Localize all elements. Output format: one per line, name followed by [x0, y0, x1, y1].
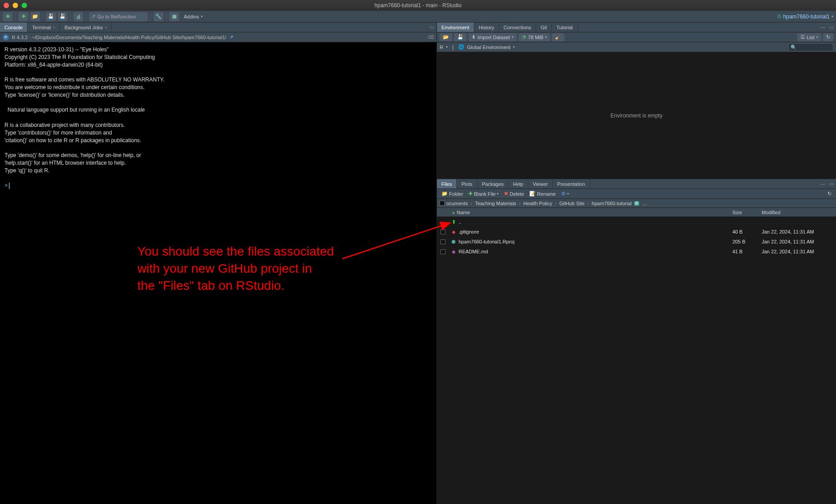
save-workspace-button[interactable]: 💾: [454, 33, 467, 41]
file-name[interactable]: .gitignore: [458, 229, 732, 234]
file-size: 41 B: [732, 249, 762, 254]
file-row[interactable]: ◈ README.md 41 B Jan 22, 2024, 11:31 AM: [437, 247, 836, 256]
chevron-down-icon: ▾: [567, 192, 569, 196]
tab-plots[interactable]: Plots: [457, 179, 477, 189]
close-icon[interactable]: ×: [104, 25, 107, 30]
clear-objects-button[interactable]: 🧹: [552, 33, 564, 41]
addins-dropdown[interactable]: Addins ▾: [181, 12, 205, 21]
more-dropdown[interactable]: ⚙ ▾: [559, 190, 571, 198]
column-modified[interactable]: Modified: [762, 210, 836, 215]
select-all-checkbox[interactable]: [440, 201, 445, 206]
file-checkbox[interactable]: [441, 230, 445, 234]
minimize-window-button[interactable]: [13, 3, 18, 8]
goto-arrow-icon: ↗: [91, 14, 95, 19]
breadcrumb-item[interactable]: Teaching Materials: [474, 201, 517, 206]
file-name[interactable]: hpam7660-tutorial1.Rproj: [458, 239, 732, 244]
tab-packages[interactable]: Packages: [477, 179, 509, 189]
addins-label: Addins: [184, 14, 199, 19]
column-name[interactable]: ▴ Name: [450, 209, 732, 215]
tab-git[interactable]: Git: [536, 22, 552, 32]
close-window-button[interactable]: [4, 3, 9, 8]
clear-console-icon[interactable]: ⌫: [427, 34, 434, 40]
tab-terminal[interactable]: Terminal×: [27, 22, 60, 32]
tab-connections[interactable]: Connections: [499, 22, 536, 32]
file-row[interactable]: ◈ .gitignore 40 B Jan 22, 2024, 11:31 AM: [437, 227, 836, 237]
tab-presentation[interactable]: Presentation: [553, 179, 590, 189]
chevron-down-icon: ▾: [446, 45, 448, 49]
console-output[interactable]: R version 4.3.2 (2023-10-31) -- "Eye Hol…: [0, 42, 436, 504]
delete-icon: ✖: [504, 191, 508, 197]
open-path-icon[interactable]: ↗: [229, 34, 233, 40]
environment-empty-text: Environment is empty: [610, 112, 662, 119]
environment-search-input[interactable]: [788, 43, 833, 51]
chevron-down-icon: ▾: [512, 35, 513, 39]
tab-files[interactable]: Files: [437, 179, 457, 189]
file-row[interactable]: ⬢ hpam7660-tutorial1.Rproj 205 B Jan 22,…: [437, 237, 836, 247]
pie-icon: ◔: [522, 34, 526, 40]
maximize-pane-icon[interactable]: ▭: [828, 24, 834, 31]
up-directory-row[interactable]: ⬆ ..: [437, 217, 836, 227]
grid-button[interactable]: ▦: [169, 12, 179, 21]
files-list: ⬆ .. ◈ .gitignore 40 B Jan 22, 2024, 11:…: [437, 217, 836, 504]
open-file-button[interactable]: 📁: [30, 12, 40, 21]
tools-button[interactable]: 🔧: [154, 12, 164, 21]
console-tabs: Console Terminal× Background Jobs× ▭: [0, 22, 436, 32]
scope-r[interactable]: R: [440, 45, 443, 50]
print-button[interactable]: 🖨: [73, 12, 83, 21]
maximize-window-button[interactable]: [22, 3, 27, 8]
list-icon: ☰: [800, 34, 805, 40]
main-toolbar: ✚ ✚ 📁 💾 💾 🖨 ↗ Go to file/function 🔧 ▦ Ad…: [0, 11, 836, 22]
chevron-right-icon: ›: [518, 201, 522, 206]
memory-indicator[interactable]: ◔ 78 MiB ▾: [518, 33, 550, 41]
tab-help[interactable]: Help: [509, 179, 528, 189]
project-label: hpam7660-tutorial1: [783, 14, 830, 20]
file-modified: Jan 22, 2024, 11:31 AM: [762, 229, 836, 234]
chevron-down-icon: ▾: [201, 14, 203, 18]
rename-button[interactable]: 📝 Rename: [527, 190, 558, 198]
tab-tutorial[interactable]: Tutorial: [552, 22, 577, 32]
goto-file-input[interactable]: ↗ Go to file/function: [89, 12, 148, 21]
breadcrumb-item[interactable]: GitHub Site: [559, 201, 586, 206]
breadcrumb-item[interactable]: ocuments: [445, 201, 469, 206]
scope-env-dropdown[interactable]: Global Environment: [467, 45, 511, 50]
load-workspace-button[interactable]: 📂: [440, 33, 452, 41]
sort-icon: ▴: [452, 209, 455, 215]
minimize-pane-icon[interactable]: —: [820, 181, 826, 187]
project-selector[interactable]: ® hpam7660-tutorial1 ▾: [777, 14, 833, 20]
environment-scope-bar: R ▾ | 🌐 Global Environment ▾: [437, 42, 836, 52]
breadcrumb-more[interactable]: ...: [642, 201, 648, 206]
refresh-button[interactable]: ↻: [823, 33, 833, 41]
tab-console[interactable]: Console: [0, 22, 27, 32]
tab-background-jobs[interactable]: Background Jobs×: [60, 22, 112, 32]
new-folder-button[interactable]: 📁 Folder: [440, 190, 465, 198]
close-icon[interactable]: ×: [53, 25, 55, 30]
file-size: 205 B: [732, 239, 762, 244]
file-checkbox[interactable]: [441, 249, 445, 254]
new-project-button[interactable]: ✚: [18, 12, 28, 21]
file-name[interactable]: README.md: [458, 249, 732, 254]
minimize-pane-icon[interactable]: —: [820, 24, 826, 31]
new-file-button[interactable]: ✚: [3, 12, 13, 21]
import-dataset-dropdown[interactable]: ⬇ Import Dataset ▾: [468, 33, 517, 41]
refresh-files-button[interactable]: ↻: [826, 190, 833, 198]
chevron-down-icon: ▾: [513, 45, 515, 49]
chevron-down-icon: ▾: [816, 35, 818, 39]
tab-history[interactable]: History: [474, 22, 499, 32]
breadcrumb-item[interactable]: hpam7660-tutorial: [591, 201, 633, 206]
blank-file-dropdown[interactable]: ✚ Blank File ▾: [467, 190, 500, 198]
rproj-icon: ⬢: [451, 239, 456, 245]
column-size[interactable]: Size: [732, 210, 762, 215]
breadcrumb-item[interactable]: Health Policy: [522, 201, 553, 206]
delete-button[interactable]: ✖ Delete: [502, 190, 526, 198]
tab-viewer[interactable]: Viewer: [528, 179, 553, 189]
maximize-pane-icon[interactable]: ▭: [428, 24, 435, 31]
file-checkbox[interactable]: [441, 239, 445, 244]
chevron-right-icon: ›: [554, 201, 558, 206]
save-button[interactable]: 💾: [46, 12, 56, 21]
environment-body: Environment is empty: [437, 52, 836, 179]
maximize-pane-icon[interactable]: ▭: [828, 181, 834, 187]
tab-environment[interactable]: Environment: [437, 22, 474, 32]
save-all-button[interactable]: 💾: [58, 12, 68, 21]
cursor: [9, 183, 9, 189]
list-view-dropdown[interactable]: ☰ List ▾: [797, 33, 821, 41]
